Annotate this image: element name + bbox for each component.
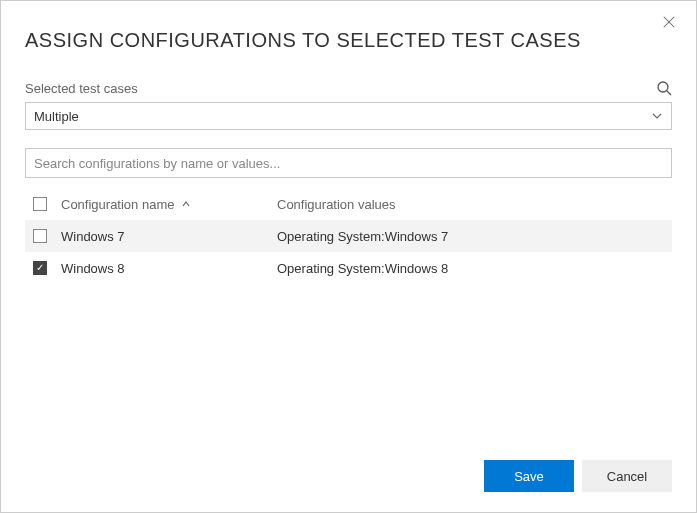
dialog-footer: Save Cancel	[484, 460, 672, 492]
selected-cases-value: Multiple	[34, 109, 79, 124]
row-name: Windows 8	[61, 261, 125, 276]
save-button[interactable]: Save	[484, 460, 574, 492]
close-icon[interactable]	[662, 15, 678, 31]
svg-point-2	[658, 82, 668, 92]
row-checkbox[interactable]	[33, 229, 47, 243]
search-input[interactable]	[25, 148, 672, 178]
config-grid: Configuration name Configuration values …	[25, 188, 672, 284]
column-header-name-label: Configuration name	[61, 197, 174, 212]
table-row[interactable]: Windows 7 Operating System:Windows 7	[25, 220, 672, 252]
grid-header: Configuration name Configuration values	[25, 188, 672, 220]
chevron-down-icon	[651, 110, 663, 122]
row-checkbox[interactable]: ✓	[33, 261, 47, 275]
column-header-values[interactable]: Configuration values	[277, 197, 672, 212]
selected-cases-label: Selected test cases	[25, 81, 138, 96]
column-header-values-label: Configuration values	[277, 197, 396, 212]
row-values: Operating System:Windows 7	[277, 229, 448, 244]
dialog-title: ASSIGN CONFIGURATIONS TO SELECTED TEST C…	[25, 29, 672, 52]
svg-line-3	[667, 91, 671, 95]
row-name: Windows 7	[61, 229, 125, 244]
table-row[interactable]: ✓ Windows 8 Operating System:Windows 8	[25, 252, 672, 284]
search-icon[interactable]	[656, 80, 672, 96]
cancel-button[interactable]: Cancel	[582, 460, 672, 492]
row-values: Operating System:Windows 8	[277, 261, 448, 276]
select-all-checkbox[interactable]	[33, 197, 47, 211]
column-header-name[interactable]: Configuration name	[61, 197, 277, 212]
selected-cases-dropdown[interactable]: Multiple	[25, 102, 672, 130]
sort-arrow-up-icon	[180, 198, 192, 210]
